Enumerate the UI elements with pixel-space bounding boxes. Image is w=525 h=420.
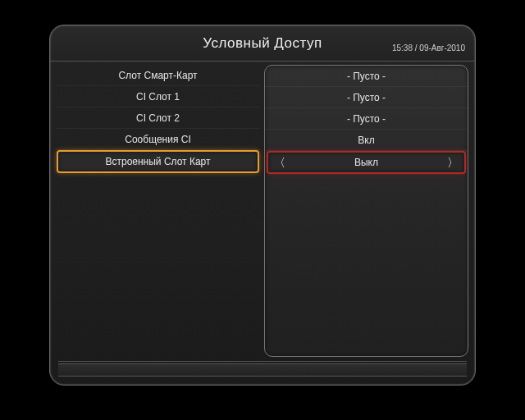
menu-labels-column: Слот Смарт-Карт CI Слот 1 CI Слот 2 Сооб… xyxy=(57,65,259,357)
menu-values-column: - Пусто - - Пусто - - Пусто - Вкл 〈 Выкл… xyxy=(264,65,468,357)
value-builtin-card-slot[interactable]: 〈 Выкл 〉 xyxy=(267,151,466,174)
settings-panel: Условный Доступ 15:38 / 09-Авг-2010 Слот… xyxy=(49,25,476,386)
value-smartcard-slot: - Пусто - xyxy=(265,66,468,87)
panel-footer xyxy=(58,363,467,377)
menu-item-ci-slot-2[interactable]: CI Слот 2 xyxy=(57,107,259,129)
panel-content: Слот Смарт-Карт CI Слот 1 CI Слот 2 Сооб… xyxy=(50,62,475,357)
selected-value-text: Выкл xyxy=(354,157,378,168)
menu-item-ci-messages[interactable]: Сообщения CI xyxy=(57,129,259,150)
chevron-left-icon[interactable]: 〈 xyxy=(272,153,288,172)
value-ci-slot-1: - Пусто - xyxy=(265,87,468,108)
value-ci-messages: Вкл xyxy=(265,130,468,151)
chevron-right-icon[interactable]: 〉 xyxy=(445,153,461,172)
menu-item-builtin-card-slot[interactable]: Встроенный Слот Карт xyxy=(57,150,259,173)
value-ci-slot-2: - Пусто - xyxy=(265,108,468,130)
menu-item-ci-slot-1[interactable]: CI Слот 1 xyxy=(57,86,259,107)
datetime-label: 15:38 / 09-Авг-2010 xyxy=(392,43,465,52)
panel-header: Условный Доступ 15:38 / 09-Авг-2010 xyxy=(50,25,475,62)
menu-item-smartcard-slot[interactable]: Слот Смарт-Карт xyxy=(57,65,259,86)
